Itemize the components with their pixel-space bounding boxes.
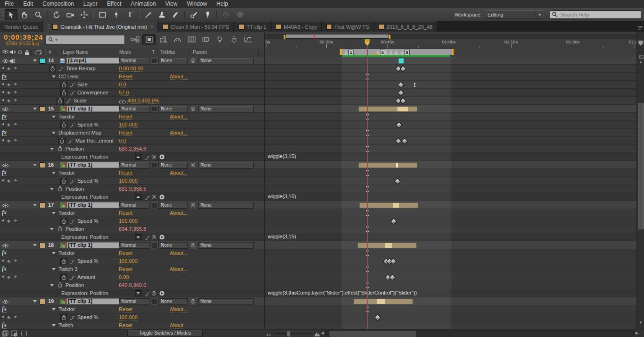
expand-triangle-icon[interactable] (50, 284, 54, 286)
fx-badge[interactable]: fx (2, 210, 7, 216)
timeline-zoom-thumb[interactable] (287, 331, 291, 337)
prev-keyframe-arrow[interactable]: ◀ (1, 178, 4, 182)
next-keyframe-arrow[interactable]: ▶ (15, 122, 17, 126)
horizontal-scrollbar[interactable] (325, 330, 634, 337)
graph-toggle-icon[interactable] (69, 83, 75, 88)
stopwatch-icon[interactable] (60, 90, 67, 97)
effect-name[interactable]: Twitch 3 (58, 266, 77, 272)
expand-triangle-icon[interactable] (33, 204, 37, 206)
expand-triangle-icon[interactable] (52, 324, 56, 327)
property-name[interactable]: Speed % (77, 258, 99, 264)
prev-keyframe-arrow[interactable]: ◀ (1, 82, 4, 86)
menu-layer[interactable]: Layer (79, 0, 102, 8)
expand-triangle-icon[interactable] (33, 59, 37, 62)
pan-behind-tool[interactable] (78, 9, 91, 20)
comp-marker[interactable] (384, 49, 388, 55)
stopwatch-icon[interactable] (60, 122, 67, 129)
pen-tool[interactable] (110, 9, 123, 20)
reset-link[interactable]: Reset (119, 250, 132, 256)
layer-duration-bar[interactable] (357, 243, 417, 248)
hscroll-left-arrow[interactable]: ◀ (321, 331, 324, 335)
fx-badge[interactable]: fx (2, 322, 7, 329)
graph-toggle-icon[interactable] (69, 259, 75, 265)
layer-name[interactable]: [TT clip 1] (66, 242, 127, 248)
property-value[interactable]: 0:00:00:00 (119, 66, 143, 72)
expression-language-menu-icon[interactable] (159, 194, 165, 201)
keyframe-diamond[interactable] (394, 178, 401, 185)
expand-triangle-icon[interactable] (33, 244, 37, 246)
parent-pickwhip-icon[interactable] (190, 202, 196, 209)
parent-pickwhip-icon[interactable] (190, 299, 196, 305)
preserve-transparency-checkbox[interactable] (152, 202, 157, 208)
mode-select[interactable]: Normal▼ (119, 242, 150, 249)
zoom-tool[interactable] (32, 9, 45, 20)
brainstorm-button[interactable] (213, 34, 226, 45)
parent-pickwhip-icon[interactable] (190, 58, 196, 64)
parent-select[interactable]: None▼ (198, 106, 254, 112)
layer-duration-bar[interactable] (354, 299, 413, 304)
property-value[interactable]: 640.0,360.0 (119, 282, 146, 288)
comp-marker[interactable] (389, 49, 393, 55)
parent-select[interactable]: None▼ (198, 202, 254, 209)
keyframe-diamond[interactable] (400, 98, 406, 104)
expression-pickwhip-icon[interactable] (151, 291, 157, 297)
effect-name[interactable]: Twixtor (58, 170, 75, 176)
expand-triangle-icon[interactable] (52, 132, 56, 134)
axis-mode-icon[interactable] (220, 9, 232, 20)
property-name[interactable]: Amount (77, 274, 95, 280)
scroll-down-arrow[interactable]: ▼ (638, 320, 644, 325)
prev-keyframe-arrow[interactable]: ◀ (1, 138, 4, 142)
next-keyframe-arrow[interactable]: ▶ (15, 138, 17, 142)
expression-pickwhip-icon[interactable] (151, 154, 157, 160)
expand-triangle-icon[interactable] (50, 228, 54, 230)
graph-toggle-icon[interactable] (69, 91, 75, 96)
reset-link[interactable]: Reset (119, 170, 132, 176)
motion-blur-button[interactable] (199, 34, 212, 45)
mode-select[interactable]: Normal▼ (119, 106, 150, 112)
property-value[interactable]: 631.9,358.5 (119, 186, 146, 192)
stopwatch-icon[interactable] (60, 82, 67, 89)
menu-window[interactable]: Window (182, 0, 212, 8)
trkmat-select[interactable]: None▼ (158, 162, 188, 168)
hand-tool[interactable] (18, 9, 31, 20)
add-keyframe-diamond[interactable]: ◆ (7, 122, 10, 127)
expand-inout-icon[interactable] (21, 330, 27, 337)
roto-brush-tool[interactable] (188, 9, 200, 20)
next-keyframe-arrow[interactable]: ▶ (15, 66, 17, 70)
expression-pickwhip-icon[interactable] (151, 235, 157, 241)
comp-marker[interactable]: 1 (344, 49, 354, 55)
property-name[interactable]: Position (66, 226, 84, 232)
parent-pickwhip-icon[interactable] (190, 162, 196, 168)
add-keyframe-diamond[interactable]: ◆ (7, 98, 10, 103)
rotate-tool[interactable] (50, 9, 63, 20)
stopwatch-icon[interactable] (58, 146, 63, 152)
preserve-transparency-checkbox[interactable] (152, 58, 157, 64)
expression-graph-icon[interactable] (144, 236, 150, 241)
link-icon[interactable] (119, 99, 126, 105)
expand-layer-switches-icon[interactable] (2, 330, 8, 337)
graph-toggle-icon[interactable] (69, 275, 75, 281)
about-link[interactable]: About... (170, 266, 188, 272)
graph-editor-button[interactable] (241, 34, 255, 45)
navigator-start-handle[interactable] (283, 34, 286, 39)
add-keyframe-diamond[interactable]: ◆ (7, 82, 10, 87)
work-area-end-handle[interactable] (452, 49, 454, 55)
draft-3d-button[interactable] (157, 34, 170, 45)
trkmat-select[interactable]: None▼ (158, 242, 188, 249)
work-area-start-handle[interactable] (339, 49, 342, 55)
prev-keyframe-arrow[interactable]: ◀ (1, 259, 4, 262)
reset-link[interactable]: Reset (119, 322, 132, 329)
about-link[interactable]: About... (170, 306, 188, 312)
prev-keyframe-arrow[interactable]: ◀ (1, 98, 4, 102)
property-value[interactable]: 0.00 (119, 274, 129, 280)
rectangle-tool[interactable] (96, 9, 109, 20)
expression-enable-button[interactable]: = (135, 154, 141, 160)
menu-effect[interactable]: Effect (102, 0, 126, 8)
graph-toggle-icon[interactable] (69, 179, 75, 185)
parent-select[interactable]: None▼ (198, 298, 254, 305)
effect-name[interactable]: Twixtor (58, 306, 75, 312)
frame-blend-button[interactable] (185, 34, 198, 45)
close-icon[interactable]: × (150, 24, 153, 29)
label-swatch[interactable] (40, 202, 45, 208)
label-swatch[interactable] (40, 162, 45, 168)
